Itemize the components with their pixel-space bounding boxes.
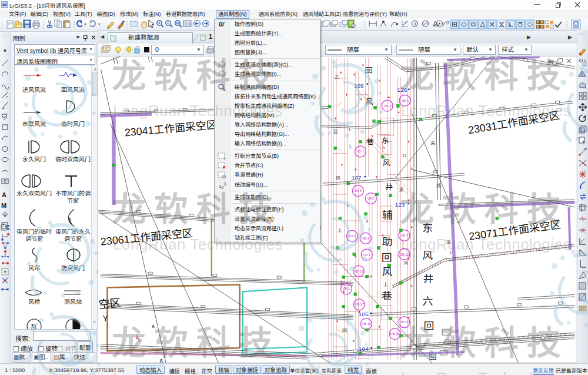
svg-text:回: 回 [429, 353, 436, 361]
svg-text:井: 井 [423, 273, 433, 285]
svg-text:采: 采 [430, 141, 435, 146]
svg-text:105: 105 [359, 311, 369, 317]
svg-text:VB-17: VB-17 [355, 303, 365, 306]
svg-text:1:1: 1:1 [185, 22, 191, 26]
svg-text:11: 11 [402, 153, 407, 158]
svg-text:六: 六 [422, 296, 433, 307]
svg-text:风: 风 [404, 260, 409, 266]
svg-text:井: 井 [385, 182, 393, 191]
svg-text:瓦: 瓦 [30, 323, 38, 329]
svg-text:VB-14: VB-14 [362, 322, 372, 326]
svg-text:乙: 乙 [335, 75, 339, 80]
svg-text:∧: ∧ [159, 357, 163, 363]
svg-text:M: M [1, 202, 6, 209]
svg-text:Y: Y [103, 314, 108, 323]
svg-text:VD-1: VD-1 [356, 150, 365, 153]
svg-text:A: A [2, 191, 6, 198]
svg-text:回: 回 [365, 66, 373, 75]
svg-text:VD-5: VD-5 [348, 234, 356, 238]
svg-text:空区: 空区 [98, 296, 122, 311]
svg-text:∧: ∧ [151, 323, 155, 329]
svg-text:风: 风 [382, 266, 393, 278]
svg-text:风: 风 [383, 158, 390, 167]
svg-text:126: 126 [397, 87, 407, 93]
svg-text:巷: 巷 [366, 137, 374, 146]
svg-text:东: 东 [382, 136, 389, 145]
svg-text:区: 区 [333, 129, 338, 134]
svg-text:VB-1: VB-1 [342, 287, 350, 290]
svg-text:109: 109 [354, 82, 364, 89]
svg-text:辅: 辅 [382, 210, 393, 221]
svg-text:VD-1: VD-1 [363, 253, 371, 257]
svg-text:风: 风 [422, 250, 433, 261]
svg-text:123: 123 [395, 201, 405, 208]
svg-text:风: 风 [336, 175, 340, 181]
svg-text:VB-5: VB-5 [367, 197, 375, 200]
svg-text:巷: 巷 [382, 290, 392, 302]
svg-text:107: 107 [352, 174, 362, 181]
svg-text:104: 104 [359, 346, 369, 352]
svg-text:VB-15: VB-15 [390, 332, 400, 336]
svg-text:上: 上 [338, 228, 342, 233]
svg-text:采: 采 [399, 187, 404, 193]
svg-text:回: 回 [382, 252, 392, 264]
svg-text:1:: 1: [349, 144, 353, 150]
svg-text:回: 回 [342, 328, 347, 333]
svg-text:风: 风 [366, 97, 373, 106]
svg-text:采: 采 [446, 240, 451, 245]
svg-text:1: 1 [449, 250, 452, 255]
svg-text:助: 助 [382, 236, 393, 248]
svg-text:上: 上 [383, 282, 388, 287]
svg-text:线: 线 [436, 183, 441, 188]
svg-text:VB-12: VB-12 [399, 253, 409, 256]
svg-text:回: 回 [423, 320, 434, 332]
svg-text:VB-3: VB-3 [362, 237, 370, 240]
svg-text:东: 东 [422, 223, 433, 234]
svg-text:VD-8: VD-8 [354, 189, 362, 193]
svg-text:VB-3: VB-3 [401, 99, 409, 102]
svg-text:VB-4: VB-4 [383, 104, 392, 108]
svg-text:VB-13: VB-13 [354, 270, 364, 273]
svg-text:VB-7: VB-7 [400, 234, 409, 237]
svg-text:VB-16: VB-16 [399, 320, 409, 324]
